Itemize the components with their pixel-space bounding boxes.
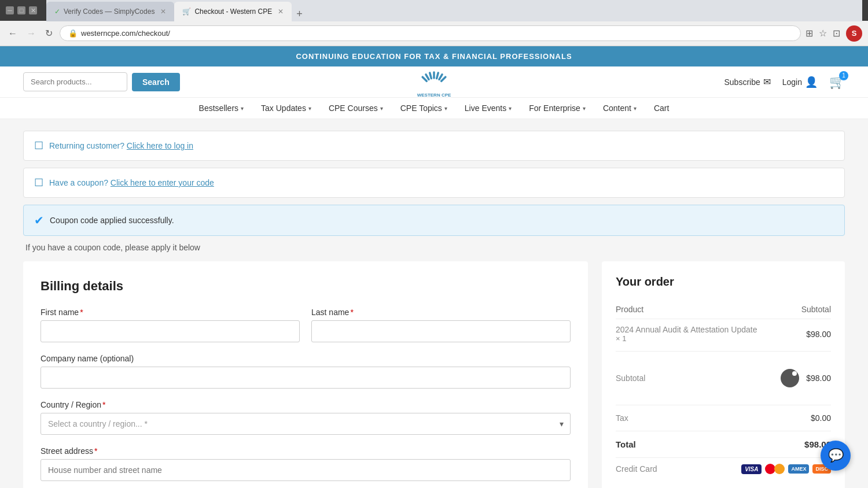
subscribe-link[interactable]: Subscribe ✉ <box>724 76 770 87</box>
nav-cart[interactable]: Cart <box>654 103 669 113</box>
nav-for-enterprise[interactable]: For Enterprise ▾ <box>529 103 586 113</box>
billing-section: Billing details First name* Last name* <box>23 261 588 488</box>
url-text: westerncpe.com/checkout/ <box>81 29 170 38</box>
back-button[interactable]: ← <box>6 26 20 41</box>
svg-line-1 <box>426 74 429 79</box>
street-input[interactable] <box>41 459 571 481</box>
nav-live-events-label: Live Events <box>465 103 506 113</box>
tab-close-verify[interactable]: ✕ <box>160 8 166 16</box>
bookmark-icon[interactable]: ☆ <box>819 28 827 39</box>
new-tab-button[interactable]: + <box>292 8 307 20</box>
nav-bestsellers-chevron: ▾ <box>241 105 244 112</box>
returning-customer-icon: ☐ <box>34 139 43 152</box>
url-bar[interactable]: 🔒 westerncpe.com/checkout/ <box>60 25 801 41</box>
profile-avatar[interactable]: S <box>846 25 862 42</box>
credit-card-label: Credit Card <box>616 464 737 474</box>
first-name-group: First name* <box>41 308 300 342</box>
chat-button[interactable]: 💬 <box>821 441 851 471</box>
order-summary: Your order Product Subtotal 2024 Annua <box>602 261 845 488</box>
street-label: Street address* <box>41 446 571 456</box>
title-bar: ─ □ ✕ ✓ Verify Codes — SimplyCodes ✕ 🛒 C… <box>0 0 868 21</box>
nav-bestsellers[interactable]: Bestsellers ▾ <box>199 103 244 113</box>
nav-bar: Bestsellers ▾ Tax Updates ▾ CPE Courses … <box>0 98 868 119</box>
nav-content-chevron: ▾ <box>634 105 637 112</box>
order-title: Your order <box>616 275 831 289</box>
nav-tax-updates-label: Tax Updates <box>261 103 306 113</box>
last-name-input[interactable] <box>311 320 571 342</box>
nav-live-events[interactable]: Live Events ▾ <box>465 103 512 113</box>
table-row: 2024 Annual Audit & Attestation Update ×… <box>616 319 831 349</box>
country-select-wrapper: Select a country / region... * ▾ <box>41 413 571 435</box>
credit-card-row: Credit Card VISA AMEX DISC <box>616 463 831 475</box>
tab-verify-codes[interactable]: ✓ Verify Codes — SimplyCodes ✕ <box>46 2 174 21</box>
loading-spinner <box>781 369 799 387</box>
company-group: Company name (optional) <box>41 354 571 389</box>
login-label: Login <box>782 77 802 87</box>
banner-text: CONTINUING EDUCATION FOR TAX & FINANCIAL… <box>296 52 572 61</box>
returning-customer-notice: ☐ Returning customer? Click here to log … <box>23 131 845 161</box>
svg-line-6 <box>442 77 446 81</box>
coupon-link[interactable]: Click here to enter your code <box>111 178 214 187</box>
subtotal-value: $98.00 <box>806 374 831 383</box>
tab-close-checkout[interactable]: ✕ <box>278 8 284 16</box>
tab-checkout[interactable]: 🛒 Checkout - Western CPE ✕ <box>174 2 292 21</box>
chat-icon: 💬 <box>828 448 844 463</box>
svg-line-5 <box>439 74 442 79</box>
refresh-button[interactable]: ↻ <box>43 25 55 41</box>
col-subtotal: Subtotal <box>793 300 831 319</box>
company-label: Company name (optional) <box>41 354 571 363</box>
nav-tax-updates[interactable]: Tax Updates ▾ <box>261 103 311 113</box>
returning-customer-link[interactable]: Click here to log in <box>127 141 193 150</box>
payment-icons: VISA AMEX DISC <box>741 463 831 475</box>
extensions-icon[interactable]: ⊡ <box>833 28 840 39</box>
tabs-bar: ✓ Verify Codes — SimplyCodes ✕ 🛒 Checkou… <box>46 0 862 21</box>
nav-for-enterprise-chevron: ▾ <box>583 105 586 112</box>
website: CONTINUING EDUCATION FOR TAX & FINANCIAL… <box>0 46 868 488</box>
search-button[interactable]: Search <box>132 73 180 91</box>
visa-icon: VISA <box>741 464 762 474</box>
loading-dot <box>792 371 797 376</box>
nav-content-label: Content <box>603 103 631 113</box>
cart-area[interactable]: 🛒 1 <box>829 75 845 90</box>
top-banner: CONTINUING EDUCATION FOR TAX & FINANCIAL… <box>0 46 868 66</box>
nav-cpe-topics-label: CPE Topics <box>400 103 442 113</box>
billing-title: Billing details <box>41 279 571 294</box>
total-label: Total <box>616 439 636 449</box>
site-logo[interactable]: WESTERN CPE <box>411 65 457 99</box>
svg-line-2 <box>430 72 432 78</box>
window-controls[interactable]: ─ □ ✕ <box>6 6 37 14</box>
close-button[interactable]: ✕ <box>29 6 37 14</box>
mastercard-icon <box>765 463 785 475</box>
login-link[interactable]: Login 👤 <box>782 76 818 88</box>
nav-cpe-courses[interactable]: CPE Courses ▾ <box>329 103 383 113</box>
address-bar: ← → ↻ 🔒 westerncpe.com/checkout/ ⊞ ☆ ⊡ S <box>0 21 868 46</box>
search-input[interactable] <box>23 72 127 91</box>
company-input[interactable] <box>41 367 571 389</box>
spinner-area: Subtotal $98.00 <box>616 354 831 402</box>
nav-content[interactable]: Content ▾ <box>603 103 637 113</box>
nav-bestsellers-label: Bestsellers <box>199 103 238 113</box>
translate-icon[interactable]: ⊞ <box>806 28 813 39</box>
forward-button[interactable]: → <box>24 26 38 41</box>
subscribe-label: Subscribe <box>724 77 760 87</box>
tab-favicon-checkout: 🛒 <box>182 8 191 16</box>
first-name-label: First name* <box>41 308 300 317</box>
coupon-hint-text: If you have a coupon code, please apply … <box>23 243 845 252</box>
nav-cpe-topics[interactable]: CPE Topics ▾ <box>400 103 447 113</box>
maximize-button[interactable]: □ <box>17 6 25 14</box>
coupon-success-bar: ✔ Coupon code applied successfully. <box>23 205 845 236</box>
minimize-button[interactable]: ─ <box>6 6 14 14</box>
amex-icon: AMEX <box>788 464 809 474</box>
first-name-input[interactable] <box>41 320 300 342</box>
country-select[interactable]: Select a country / region... * <box>41 413 571 435</box>
tab-title-verify: Verify Codes — SimplyCodes <box>64 8 155 16</box>
svg-line-4 <box>437 72 439 78</box>
content-area: Billing details First name* Last name* <box>23 261 845 488</box>
country-label: Country / Region* <box>41 400 571 409</box>
subtotal-row: Subtotal $98.00 <box>616 357 831 399</box>
nav-for-enterprise-label: For Enterprise <box>529 103 580 113</box>
header-right: Subscribe ✉ Login 👤 🛒 1 <box>724 75 845 90</box>
coupon-notice: ☐ Have a coupon? Click here to enter you… <box>23 168 845 198</box>
col-product: Product <box>616 300 793 319</box>
coupon-icon: ☐ <box>34 176 43 189</box>
